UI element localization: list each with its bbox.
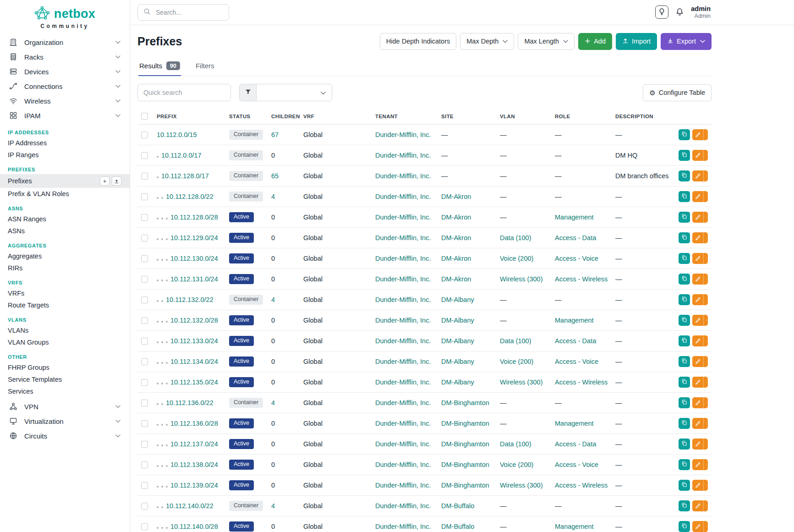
edit-button[interactable] [692, 500, 703, 511]
row-checkbox[interactable] [141, 503, 148, 510]
prefix-link[interactable]: 10.112.131.0/24 [170, 275, 218, 283]
tenant-link[interactable]: Dunder-Mifflin, Inc. [375, 378, 431, 386]
clone-button[interactable] [679, 377, 690, 388]
site-link[interactable]: DM-Akron [441, 275, 471, 283]
column-header-description[interactable]: Description [615, 108, 679, 125]
tenant-link[interactable]: Dunder-Mifflin, Inc. [375, 358, 431, 365]
vlan-link[interactable]: Data (100) [500, 440, 531, 448]
hide-depth-indicators-button[interactable]: Hide Depth Indicators [380, 33, 456, 50]
site-link[interactable]: DM-Akron [441, 214, 471, 221]
tenant-link[interactable]: Dunder-Mifflin, Inc. [375, 420, 431, 427]
column-header-site[interactable]: Site [441, 108, 500, 125]
tenant-link[interactable]: Dunder-Mifflin, Inc. [375, 482, 431, 489]
prefix-link[interactable]: 10.112.130.0/24 [170, 255, 218, 262]
edit-button[interactable] [692, 232, 703, 243]
netbox-logo[interactable]: netbox Community [0, 0, 130, 31]
configure-table-button[interactable]: ⚙ Configure Table [643, 84, 712, 101]
edit-dropdown-caret[interactable] [703, 294, 708, 305]
sidebar-item-ip-ranges[interactable]: IP Ranges [0, 149, 130, 161]
clone-button[interactable] [679, 439, 690, 450]
row-checkbox[interactable] [141, 482, 148, 489]
prefix-link[interactable]: 10.112.137.0/24 [170, 440, 218, 448]
clone-button[interactable] [679, 315, 690, 326]
edit-button[interactable] [692, 459, 703, 470]
prefix-link[interactable]: 10.112.0.0/15 [157, 131, 197, 138]
site-link[interactable]: DM-Binghamton [441, 482, 489, 489]
row-checkbox[interactable] [141, 214, 148, 221]
site-link[interactable]: DM-Akron [441, 234, 471, 241]
import-button[interactable]: Import [616, 33, 657, 50]
clone-button[interactable] [679, 521, 690, 532]
row-checkbox[interactable] [141, 420, 148, 427]
clone-button[interactable] [679, 232, 690, 243]
edit-dropdown-caret[interactable] [703, 439, 708, 450]
clone-button[interactable] [679, 150, 690, 161]
tab-filters[interactable]: Filters [195, 56, 215, 76]
sidebar-item-vrfs[interactable]: VRFs [0, 287, 130, 299]
sidebar-item-connections[interactable]: Connections [0, 79, 130, 93]
edit-dropdown-caret[interactable] [703, 150, 708, 161]
edit-button[interactable] [692, 294, 703, 305]
edit-dropdown-caret[interactable] [703, 500, 708, 511]
sidebar-item-ip-addresses[interactable]: IP Addresses [0, 137, 130, 149]
edit-dropdown-caret[interactable] [703, 212, 708, 223]
sidebar-item-devices[interactable]: Devices [0, 64, 130, 79]
children-count[interactable]: 4 [271, 399, 275, 406]
tenant-link[interactable]: Dunder-Mifflin, Inc. [375, 275, 431, 283]
row-checkbox[interactable] [141, 400, 148, 406]
row-checkbox[interactable] [141, 276, 148, 283]
sidebar-item-route-targets[interactable]: Route Targets [0, 299, 130, 311]
tenant-link[interactable]: Dunder-Mifflin, Inc. [375, 131, 431, 138]
sidebar-item-service-templates[interactable]: Service Templates [0, 373, 130, 385]
vlan-link[interactable]: Data (100) [500, 337, 531, 345]
edit-button[interactable] [692, 191, 703, 202]
site-link[interactable]: DM-Akron [441, 255, 471, 262]
vlan-link[interactable]: Data (100) [500, 234, 531, 241]
clone-button[interactable] [679, 418, 690, 429]
clone-button[interactable] [679, 500, 690, 511]
prefix-link[interactable]: 10.112.133.0/24 [170, 337, 218, 345]
edit-dropdown-caret[interactable] [703, 191, 708, 202]
site-link[interactable]: DM-Buffalo [441, 502, 474, 510]
prefix-link[interactable]: 10.112.135.0/24 [170, 378, 218, 386]
sidebar-item-prefixes[interactable]: Prefixes+ [0, 174, 130, 188]
export-button[interactable]: Export [661, 33, 712, 50]
row-checkbox[interactable] [141, 255, 148, 262]
sidebar-item-vlan-groups[interactable]: VLAN Groups [0, 336, 130, 348]
site-link[interactable]: DM-Buffalo [441, 523, 474, 530]
clone-button[interactable] [679, 294, 690, 305]
edit-dropdown-caret[interactable] [703, 397, 708, 408]
tenant-link[interactable]: Dunder-Mifflin, Inc. [375, 255, 431, 262]
edit-dropdown-caret[interactable] [703, 377, 708, 388]
children-count[interactable]: 4 [271, 296, 275, 303]
edit-dropdown-caret[interactable] [703, 480, 708, 491]
quick-search-input[interactable] [137, 84, 231, 101]
quick-import-prefix-button[interactable] [112, 176, 121, 186]
clone-button[interactable] [679, 397, 690, 408]
edit-dropdown-caret[interactable] [703, 129, 708, 140]
tab-results[interactable]: Results 90 [138, 56, 181, 76]
vlan-link[interactable]: Wireless (300) [500, 482, 542, 489]
clone-button[interactable] [679, 129, 690, 140]
edit-dropdown-caret[interactable] [703, 274, 708, 285]
sidebar-item-asns[interactable]: ASNs [0, 225, 130, 237]
tenant-link[interactable]: Dunder-Mifflin, Inc. [375, 337, 431, 345]
filter-button[interactable] [239, 84, 256, 101]
site-link[interactable]: DM-Albany [441, 296, 474, 303]
children-count[interactable]: 65 [271, 172, 279, 180]
tenant-link[interactable]: Dunder-Mifflin, Inc. [375, 234, 431, 241]
clone-button[interactable] [679, 459, 690, 470]
role-link[interactable]: Access - Voice [555, 255, 598, 262]
clone-button[interactable] [679, 212, 690, 223]
edit-button[interactable] [692, 253, 703, 264]
edit-dropdown-caret[interactable] [703, 418, 708, 429]
site-link[interactable]: DM-Akron [441, 193, 471, 200]
role-link[interactable]: Access - Voice [555, 461, 598, 468]
row-checkbox[interactable] [141, 379, 148, 386]
quick-add-prefix-button[interactable]: + [100, 176, 110, 186]
prefix-link[interactable]: 10.112.128.0/17 [161, 172, 209, 180]
site-link[interactable]: DM-Albany [441, 317, 474, 324]
role-link[interactable]: Access - Wireless [555, 378, 608, 386]
edit-button[interactable] [692, 439, 703, 450]
edit-dropdown-caret[interactable] [703, 356, 708, 367]
